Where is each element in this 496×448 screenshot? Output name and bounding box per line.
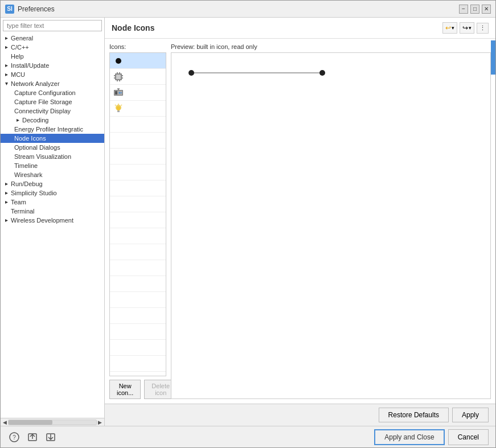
svg-rect-2 bbox=[114, 77, 115, 79]
expand-icon: ▸ bbox=[3, 71, 10, 78]
back-dropdown-icon: ▾ bbox=[452, 25, 454, 31]
svg-text:?: ? bbox=[13, 434, 16, 441]
icon-row-circle[interactable] bbox=[110, 53, 166, 69]
sidebar-item-connectivity-display[interactable]: Connectivity Display bbox=[1, 106, 104, 116]
toolbar-menu-btn[interactable]: ⋮ bbox=[477, 23, 489, 34]
restore-button[interactable]: □ bbox=[470, 5, 479, 14]
icon-row-chip[interactable] bbox=[110, 69, 166, 85]
icons-buttons: New icon... Delete icon bbox=[109, 380, 166, 399]
footer: ? Apply and Close Cancel bbox=[1, 426, 495, 447]
sidebar-item-stream-visualization[interactable]: Stream Visualization bbox=[1, 152, 104, 161]
svg-rect-3 bbox=[122, 75, 123, 76]
icon-row-empty-10 bbox=[110, 260, 166, 276]
preview-node-right bbox=[319, 70, 325, 76]
cancel-button[interactable]: Cancel bbox=[448, 429, 489, 445]
content-header: Node Icons ↩ ▾ ↪ ▾ ⋮ bbox=[105, 18, 495, 39]
expand-icon: ▸ bbox=[3, 217, 10, 224]
app-icon: SI bbox=[5, 5, 14, 14]
minimize-button[interactable]: − bbox=[459, 5, 468, 14]
svg-rect-7 bbox=[117, 80, 118, 81]
icon-row-router[interactable] bbox=[110, 85, 166, 101]
icons-label: Icons: bbox=[109, 43, 166, 50]
sidebar-item-energy-profiler[interactable]: Energy Profiler Integratic bbox=[1, 125, 104, 134]
export-icon bbox=[27, 432, 38, 442]
expand-icon: ▸ bbox=[3, 35, 10, 42]
sidebar-item-cpp[interactable]: ▸ C/C++ bbox=[1, 43, 104, 52]
sidebar-item-general[interactable]: ▸ General bbox=[1, 34, 104, 43]
icon-row-lightbulb[interactable] bbox=[110, 101, 166, 117]
preview-line bbox=[188, 70, 325, 76]
svg-rect-1 bbox=[114, 75, 115, 76]
menu-icon: ⋮ bbox=[479, 24, 486, 32]
window-controls: − □ ✕ bbox=[459, 5, 491, 14]
circle-icon bbox=[116, 58, 121, 64]
preview-node-left bbox=[188, 70, 194, 76]
icon-img-chip bbox=[112, 71, 125, 83]
sidebar-item-install-update[interactable]: ▸ Install/Update bbox=[1, 61, 104, 70]
preview-connector bbox=[194, 72, 319, 73]
import-button[interactable] bbox=[44, 430, 58, 444]
sidebar-item-terminal[interactable]: ▸ Terminal bbox=[1, 207, 104, 216]
close-button[interactable]: ✕ bbox=[482, 5, 491, 14]
export-button[interactable] bbox=[26, 430, 39, 444]
scroll-left-arrow[interactable]: ◀ bbox=[2, 420, 8, 425]
sidebar-item-timeline[interactable]: Timeline bbox=[1, 161, 104, 170]
sidebar-item-mcu[interactable]: ▸ MCU bbox=[1, 70, 104, 79]
preferences-window: SI Preferences − □ ✕ ▸ General ▸ C/C++ bbox=[0, 0, 496, 448]
restore-defaults-button[interactable]: Restore Defaults bbox=[379, 408, 449, 422]
node-icons-body: Icons: bbox=[105, 39, 495, 404]
toolbar-icons: ↩ ▾ ↪ ▾ ⋮ bbox=[442, 22, 489, 34]
import-icon bbox=[46, 432, 56, 442]
back-icon: ↩ bbox=[445, 24, 451, 32]
sidebar: ▸ General ▸ C/C++ ▸ Help ▸ Install/Updat… bbox=[1, 18, 105, 426]
expand-icon: ▸ bbox=[3, 199, 10, 205]
icon-row-empty-1 bbox=[110, 117, 166, 133]
sidebar-item-wireshark[interactable]: Wireshark bbox=[1, 170, 104, 179]
footer-actions: Apply and Close Cancel bbox=[374, 429, 489, 445]
toolbar-back-btn[interactable]: ↩ ▾ bbox=[442, 22, 457, 34]
expand-icon: ▸ bbox=[3, 180, 10, 187]
sidebar-item-optional-dialogs[interactable]: Optional Dialogs bbox=[1, 143, 104, 152]
sidebar-item-team[interactable]: ▸ Team bbox=[1, 198, 104, 207]
tree-container: ▸ General ▸ C/C++ ▸ Help ▸ Install/Updat… bbox=[1, 34, 104, 418]
sidebar-item-decoding[interactable]: ▸ Decoding bbox=[1, 116, 104, 125]
svg-line-20 bbox=[115, 105, 116, 106]
svg-rect-8 bbox=[119, 80, 120, 81]
right-border-indicator bbox=[491, 40, 495, 75]
icon-row-empty-16 bbox=[110, 356, 166, 372]
sidebar-item-capture-file-storage[interactable]: Capture File Storage bbox=[1, 97, 104, 106]
h-scrollbar-area: ◀ ▶ bbox=[1, 418, 104, 426]
icon-row-empty-4 bbox=[110, 165, 166, 180]
help-button[interactable]: ? bbox=[7, 430, 21, 444]
svg-rect-18 bbox=[117, 110, 120, 112]
main-content: ▸ General ▸ C/C++ ▸ Help ▸ Install/Updat… bbox=[1, 18, 495, 426]
apply-and-close-button[interactable]: Apply and Close bbox=[374, 429, 444, 445]
sidebar-item-run-debug[interactable]: ▸ Run/Debug bbox=[1, 179, 104, 188]
icons-panel: Icons: bbox=[109, 43, 166, 399]
content-area: Node Icons ↩ ▾ ↪ ▾ ⋮ bbox=[105, 18, 495, 426]
sidebar-item-capture-configuration[interactable]: Capture Configuration bbox=[1, 88, 104, 97]
svg-rect-5 bbox=[117, 72, 118, 73]
sidebar-item-wireless-development[interactable]: ▸ Wireless Development bbox=[1, 216, 104, 225]
apply-button[interactable]: Apply bbox=[452, 408, 489, 422]
h-scrollbar-thumb bbox=[9, 420, 52, 425]
icon-row-empty-5 bbox=[110, 180, 166, 196]
icon-row-empty-13 bbox=[110, 308, 166, 324]
chip-svg-icon bbox=[112, 71, 125, 83]
h-scrollbar[interactable] bbox=[8, 420, 97, 425]
svg-point-14 bbox=[121, 92, 122, 93]
filter-input[interactable] bbox=[3, 20, 102, 31]
scroll-right-arrow[interactable]: ▶ bbox=[97, 420, 103, 425]
expand-icon: ▾ bbox=[3, 80, 10, 87]
svg-rect-4 bbox=[122, 77, 123, 79]
expand-icon: ▸ bbox=[3, 44, 10, 51]
icon-row-empty-7 bbox=[110, 212, 166, 228]
sidebar-item-network-analyzer[interactable]: ▾ Network Analyzer bbox=[1, 79, 104, 88]
sidebar-item-help[interactable]: ▸ Help bbox=[1, 52, 104, 61]
toolbar-forward-btn[interactable]: ↪ ▾ bbox=[460, 22, 474, 34]
sidebar-item-node-icons[interactable]: Node Icons bbox=[1, 134, 104, 143]
preview-panel: Preview: built in icon, read only bbox=[171, 43, 491, 399]
icon-row-empty-11 bbox=[110, 276, 166, 292]
sidebar-item-simplicity-studio[interactable]: ▸ Simplicity Studio bbox=[1, 188, 104, 198]
new-icon-button[interactable]: New icon... bbox=[109, 380, 141, 399]
